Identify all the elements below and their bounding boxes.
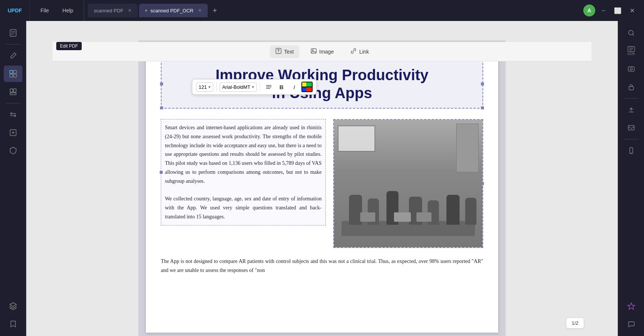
right-upload-icon[interactable] [622,102,641,118]
text-format-bar: 121 ▾ Arial-BoldMT ▾ B I [192,79,317,95]
font-size-value: 121 [199,84,207,90]
sidebar-divider-1 [6,44,21,45]
font-name-value: Arial-BoldMT [222,84,250,90]
svg-rect-6 [10,74,13,77]
right-divider-2 [624,139,639,139]
sidebar-bookmark-icon[interactable] [4,316,22,332]
svg-rect-4 [10,70,13,73]
svg-rect-22 [306,87,312,91]
tabs-area: scanned PDF ✕ ▾ scanned PDF_OCR ✕ + [84,0,583,21]
tab-dropdown-icon[interactable]: ▾ [145,8,147,13]
handle-mr[interactable] [481,82,484,85]
right-email-icon[interactable] [622,119,641,136]
svg-rect-20 [306,82,312,87]
svg-rect-9 [13,89,16,92]
text-tool-label: Text [284,49,294,55]
font-size-arrow-icon: ▾ [208,85,211,90]
pdf-image-column[interactable] [333,119,483,248]
svg-rect-13 [311,49,316,53]
top-bar: UPDF File Help scanned PDF ✕ ▾ scanned P… [0,0,644,21]
bold-icon: B [279,84,283,90]
link-tool-icon [350,48,357,56]
svg-rect-5 [13,70,16,73]
sidebar-annotate-icon[interactable] [4,48,22,64]
menu-file[interactable]: File [34,0,56,21]
right-ai-icon[interactable] [622,298,641,314]
minimize-button[interactable]: – [598,4,610,16]
font-name-selector[interactable]: Arial-BoldMT ▾ [220,82,257,92]
svg-point-33 [631,152,632,153]
image-tool-label: Image [319,49,334,55]
sidebar-layers-icon[interactable] [4,298,22,314]
format-divider-1 [216,82,217,91]
handle-bl[interactable] [160,106,163,109]
svg-rect-31 [628,125,634,130]
svg-rect-19 [302,82,306,87]
handle-ml[interactable] [160,82,163,85]
sidebar-organize-icon[interactable] [4,84,22,100]
tab-label: scanned PDF [94,8,123,13]
right-lock-icon[interactable] [622,79,641,95]
edit-pdf-tooltip: Edit PDF [56,42,82,50]
avatar: A [583,4,595,16]
maximize-button[interactable]: ⬜ [612,4,624,16]
pdf-content-area: Improve Working Productivity in Using Ap… [26,21,618,336]
text-tool-icon [275,48,282,56]
text-tool-button[interactable]: Text [270,45,299,58]
sidebar-compress-icon[interactable] [4,124,22,141]
sidebar-edit-pdf-icon[interactable] [4,66,22,82]
image-tool-icon [310,48,317,56]
right-mobile-icon[interactable] [622,142,641,159]
menu-bar: File Help [30,0,84,21]
right-ocr-icon[interactable]: OCR [622,43,641,59]
bold-button[interactable]: B [276,82,287,92]
sidebar-protect-icon[interactable] [4,142,22,159]
svg-point-14 [312,49,313,51]
close-button[interactable]: ✕ [626,4,638,16]
tab-close-icon[interactable]: ✕ [128,8,132,13]
link-tool-button[interactable]: Link [345,45,374,58]
main-area: Text Image Link 121 ▾ A [0,21,644,336]
svg-rect-21 [302,87,306,91]
image-tool-button[interactable]: Image [305,45,339,58]
color-picker-button[interactable] [301,82,313,92]
account-dropdown[interactable]: A [583,4,595,16]
right-comment-icon[interactable] [622,316,641,332]
tab-scanned-pdf[interactable]: scanned PDF ✕ [88,4,138,17]
tab-scanned-pdf-ocr[interactable]: ▾ scanned PDF_OCR ✕ [139,4,208,17]
link-tool-label: Link [359,49,369,55]
tab-label-active: scanned PDF_OCR [150,8,193,13]
right-divider-1 [624,98,639,99]
svg-rect-8 [10,89,13,92]
right-sidebar: OCR [618,21,644,336]
add-tab-button[interactable]: + [209,5,220,16]
pdf-body-area: Smart devices and internet-based applica… [161,119,483,248]
pdf-bottom-text: The App is not designed to compare AR pa… [161,257,483,275]
menu-help[interactable]: Help [56,0,80,21]
sidebar-reader-icon[interactable] [4,25,22,41]
italic-button[interactable]: I [289,82,300,92]
office-image [334,120,482,247]
svg-rect-7 [13,74,16,77]
page-counter-text: 1/2 [572,320,578,326]
svg-point-29 [630,68,632,70]
right-screenshot-icon[interactable] [622,61,641,77]
right-search-icon[interactable] [622,25,641,41]
format-divider-2 [260,82,260,91]
sidebar-divider-2 [6,103,21,103]
font-size-selector[interactable]: 121 ▾ [196,82,213,92]
window-controls: A – ⬜ ✕ [583,4,644,16]
edit-toolbar: Text Image Link [52,42,592,61]
page-counter: 1/2 [566,318,584,329]
left-sidebar [0,21,26,336]
tab-close-active-icon[interactable]: ✕ [198,8,202,13]
text-handle-left[interactable] [160,171,163,174]
svg-rect-10 [10,93,16,95]
sidebar-convert-icon[interactable] [4,106,22,123]
ocr-label: OCR [628,52,635,56]
font-arrow-icon: ▾ [252,85,254,90]
pdf-text-column[interactable]: Smart devices and internet-based applica… [161,119,326,225]
italic-icon: I [294,84,295,90]
align-button[interactable] [263,82,274,92]
handle-br[interactable] [481,106,484,109]
